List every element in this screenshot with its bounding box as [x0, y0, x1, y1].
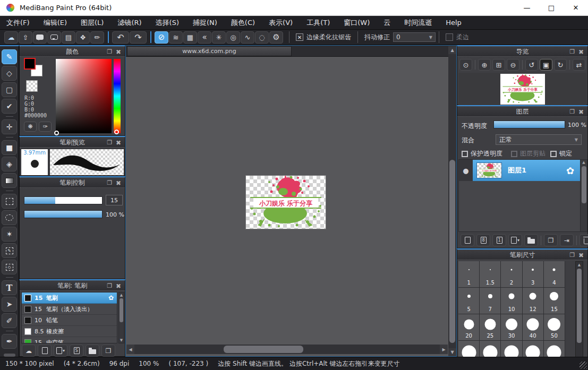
brush-opacity-slider[interactable]	[24, 210, 103, 218]
menu-file[interactable]: 文件(F)	[6, 18, 30, 28]
maximize-button[interactable]: □	[539, 0, 564, 15]
brush-add-menu-button[interactable]: ▾	[54, 345, 67, 357]
popout-icon[interactable]: ❐	[107, 282, 112, 289]
snap-grid-button[interactable]: ▦	[183, 31, 197, 44]
brush-script-button[interactable]: S	[70, 345, 83, 357]
close-icon[interactable]: ✖	[116, 179, 121, 187]
snap-concentric-button[interactable]: ◎	[226, 31, 240, 44]
add-1bit-layer-button[interactable]: 1	[492, 234, 506, 246]
close-icon[interactable]: ✖	[578, 252, 584, 259]
brush-item[interactable]: 8.5 橡皮擦	[22, 326, 117, 337]
layer-opacity-slider[interactable]	[493, 121, 565, 128]
popout-icon[interactable]: ❐	[569, 108, 575, 115]
document-button[interactable]: ▤	[62, 31, 75, 44]
menu-cloud[interactable]: 云	[384, 18, 390, 28]
close-icon[interactable]: ✖	[116, 139, 121, 147]
tool-control-point[interactable]: ✔	[2, 99, 17, 114]
zoom-in-button[interactable]: ⊕	[478, 59, 491, 71]
tool-brush[interactable]: ✎	[2, 49, 17, 64]
scroll-down-icon[interactable]: ▼	[119, 338, 124, 342]
redo-button[interactable]: ↷	[130, 31, 147, 44]
popout-icon[interactable]: ❐	[569, 48, 575, 55]
scroll-up-icon[interactable]: ▲	[576, 263, 583, 267]
tool-move[interactable]: ✛	[2, 119, 17, 134]
merge-layer-button[interactable]: ⇥	[560, 234, 574, 246]
hue-cursor[interactable]	[114, 130, 119, 134]
brush-size-cell[interactable]: 10	[501, 288, 522, 314]
brush-settings-icon[interactable]: ✿	[108, 294, 114, 302]
canvas-hscroll-thumb[interactable]	[224, 346, 303, 353]
brush-size-cell[interactable]: 1	[458, 261, 479, 287]
menu-window[interactable]: 窗口(W)	[344, 18, 370, 28]
tool-select-pen[interactable]: ✎	[2, 243, 17, 258]
brush-item[interactable]: 15 中空笔	[22, 337, 117, 343]
menu-tool[interactable]: 工具(T)	[306, 18, 330, 28]
tool-bucket[interactable]: ◈	[2, 157, 17, 171]
brush-size-slider[interactable]	[24, 196, 103, 204]
scroll-up-button[interactable]: ▲	[448, 46, 456, 54]
add-8bit-layer-button[interactable]: 8	[476, 234, 490, 246]
snap-ellipse-button[interactable]: ◌	[255, 31, 269, 44]
brush-size-cell[interactable]: 15	[544, 288, 565, 314]
scroll-thumb[interactable]	[577, 269, 582, 343]
canvas-image[interactable]	[246, 176, 326, 229]
menu-edit[interactable]: 编辑(E)	[44, 18, 67, 28]
scroll-thumb[interactable]	[120, 298, 123, 322]
snap-parallel-button[interactable]: ≋	[169, 31, 183, 44]
brush-size-cell[interactable]: 5	[458, 288, 479, 314]
layer-visibility[interactable]: ●	[459, 160, 473, 181]
comment-button[interactable]	[33, 31, 47, 44]
rotate-left-button[interactable]: ↺	[525, 59, 538, 71]
close-button[interactable]: ✕	[564, 0, 588, 15]
clipping-checkbox[interactable]: 图层剪贴	[511, 149, 546, 158]
edit-canvas-button[interactable]: ✏	[90, 31, 104, 44]
tool-magic-wand[interactable]: ✶	[2, 227, 17, 242]
brush-size-cell[interactable]: 2	[501, 261, 522, 287]
layer-folder-button[interactable]	[524, 234, 538, 246]
foreground-color-swatch[interactable]	[24, 58, 36, 70]
tool-fill-shape[interactable]: ■	[2, 140, 17, 155]
publish-button[interactable]: ⇧	[19, 31, 32, 44]
menu-select[interactable]: 选择(S)	[156, 18, 179, 28]
undo-button[interactable]: ↶	[112, 31, 129, 44]
tool-text[interactable]: T	[2, 280, 17, 295]
transparent-color-swatch[interactable]	[26, 80, 38, 92]
brush-size-cell[interactable]: 12	[523, 288, 543, 314]
brush-size-cell[interactable]: 4	[544, 261, 565, 287]
brush-add-button[interactable]	[38, 345, 52, 357]
tool-lasso[interactable]	[2, 210, 17, 225]
brush-size-cell[interactable]: 3	[523, 261, 543, 287]
popout-icon[interactable]: ❐	[569, 252, 575, 259]
brush-size-value[interactable]: 15	[106, 195, 123, 205]
snap-settings-button[interactable]: ⚙	[269, 31, 283, 44]
minimize-button[interactable]: —	[515, 0, 539, 15]
brush-duplicate-button[interactable]: ❐	[101, 345, 115, 357]
soft-edge-checkbox[interactable]	[446, 33, 453, 41]
stabilizer-dropdown[interactable]: 0 ▼	[393, 32, 436, 42]
brush-folder-button[interactable]	[86, 345, 99, 357]
scroll-left-button[interactable]: ◀	[126, 345, 134, 354]
material-panel-button[interactable]: ❖	[76, 31, 90, 44]
layer-row[interactable]: ● 图层1 ✿	[459, 160, 587, 181]
rotate-reset-button[interactable]: ▣	[540, 59, 552, 71]
scroll-down-button[interactable]: ▼	[448, 348, 456, 356]
add-layer-menu-button[interactable]: ▾	[508, 234, 522, 246]
flip-view-button[interactable]: ⇄	[573, 59, 585, 71]
hue-slider[interactable]	[114, 59, 121, 133]
brush-item[interactable]: 10 铅笔	[22, 315, 117, 326]
tool-select-eraser[interactable]: ◇	[2, 260, 17, 274]
brush-size-cell[interactable]: 1.5	[480, 261, 500, 287]
menu-snap[interactable]: 捕捉(N)	[193, 18, 217, 28]
menu-layer[interactable]: 图层(L)	[81, 18, 104, 28]
brush-size-cell[interactable]: 7	[480, 288, 500, 314]
rotate-right-button[interactable]: ↻	[554, 59, 567, 71]
layer-list-scrollbar[interactable]: ▲	[580, 160, 587, 231]
scroll-thumb[interactable]	[582, 166, 586, 203]
scroll-right-button[interactable]: ▶	[440, 345, 448, 354]
navigator-thumbnail[interactable]	[500, 74, 545, 105]
tool-gradient[interactable]	[2, 173, 17, 188]
snap-vanishing-button[interactable]: «	[198, 31, 211, 44]
tool-divide[interactable]: ✐	[2, 313, 17, 328]
blend-mode-dropdown[interactable]: 正常 ▼	[496, 134, 582, 145]
protect-alpha-checkbox[interactable]: 保护透明度	[462, 149, 502, 158]
